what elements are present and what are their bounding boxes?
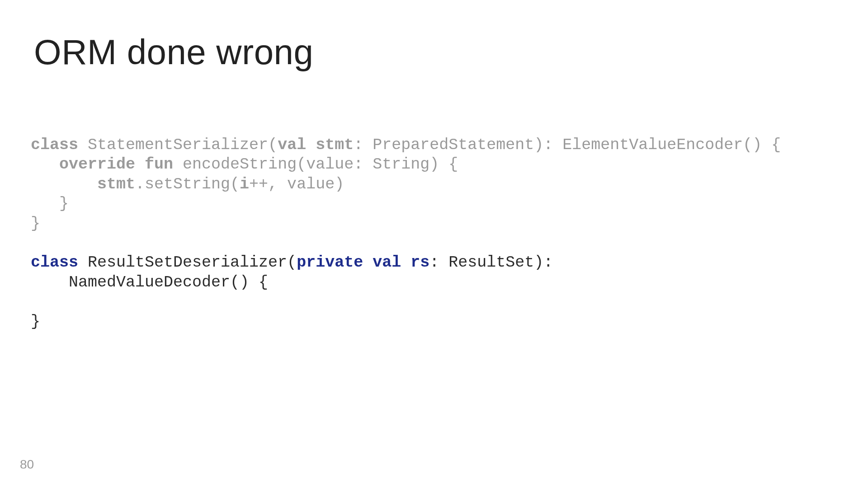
code-text: ++, value)	[249, 175, 344, 193]
code-text: .setString(	[135, 175, 240, 193]
keyword-fun: fun	[145, 155, 173, 174]
code-block-1-dimmed: class StatementSerializer(val stmt: Prep…	[31, 136, 781, 233]
identifier-rs: rs	[410, 253, 429, 272]
code-indent	[31, 155, 59, 174]
code-text	[78, 253, 88, 272]
page-number: 80	[20, 457, 34, 472]
code-text: }	[31, 195, 69, 213]
keyword-override: override	[59, 155, 135, 174]
code-text: }	[31, 313, 40, 331]
slide-title: ORM done wrong	[34, 32, 313, 73]
keyword-class: class	[31, 136, 78, 154]
code-text	[135, 155, 145, 174]
slide: ORM done wrong class StatementSerializer…	[0, 0, 868, 488]
code-text: StatementSerializer(	[88, 136, 278, 154]
code-text: encodeString(value: String) {	[183, 155, 458, 174]
code-text: : PreparedStatement): ElementValueEncode…	[354, 136, 781, 154]
identifier-stmt: stmt	[316, 136, 354, 154]
code-text	[363, 253, 373, 272]
keyword-class: class	[31, 253, 78, 272]
keyword-val: val	[278, 136, 306, 154]
keyword-val: val	[373, 253, 401, 272]
code-text: NamedValueDecoder() {	[69, 273, 268, 291]
code-text: ResultSetDeserializer(	[88, 253, 297, 272]
code-text	[401, 253, 410, 272]
code-text: : ResultSet):	[429, 253, 553, 272]
identifier-i: i	[240, 175, 249, 193]
code-text: }	[31, 215, 40, 233]
code-text	[78, 136, 88, 154]
code-indent	[31, 273, 69, 291]
identifier-stmt: stmt	[97, 175, 135, 193]
code-text	[173, 155, 183, 174]
code-text	[306, 136, 316, 154]
code-indent	[31, 175, 97, 193]
code-block: class StatementSerializer(val stmt: Prep…	[31, 136, 781, 332]
keyword-private: private	[297, 253, 363, 272]
